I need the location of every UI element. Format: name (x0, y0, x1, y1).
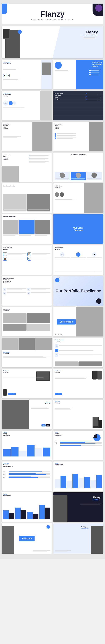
slide-edu-inner: Our Great EducationEnables UsTo Provide … (2, 276, 52, 306)
fe-title: Flanzy Expert (93, 496, 101, 501)
slide-fc2-inner: Our Best Flanzy Charts (2, 492, 52, 522)
slide-hero-inner: Flanzy Business Presentation Templates (2, 26, 103, 58)
inf2-track4 (60, 445, 102, 446)
fc1-bar3 (67, 481, 72, 488)
row-5: Aweat MissonFlanzyCompanyCome Up ● ● (2, 152, 103, 182)
fc1-title: Our Best Flanzy Charts (55, 463, 63, 465)
header-decor-blue (2, 4, 7, 14)
tm3-col2 (19, 220, 34, 236)
slide-education: Our Great EducationEnables UsTo Provide … (2, 276, 52, 306)
slide-m4-inner: Our Great Mockup (53, 400, 103, 429)
m3-photo (2, 400, 29, 429)
gtk-photo (84, 184, 103, 213)
fc2-bar4b (45, 508, 50, 519)
gsi-item2: 📋 (27, 252, 51, 256)
inf2-row1: Item 1 (55, 440, 102, 441)
slide-bp-inner: The Best Projects By Flanzy 01 02 03 (53, 338, 103, 367)
slide-infographic-2: Our Best FlanzyInfographic Item 1 (53, 430, 103, 460)
break-circle1 (55, 278, 59, 282)
m4-tablet (93, 417, 99, 428)
growth-row4: Skill D (3, 476, 50, 476)
slide-starting-point-1: Starting Point OfFlanzy BusinessCompany … (53, 60, 103, 89)
gm1-item3 (55, 138, 78, 139)
gsi-icon4: 🔧 (27, 257, 31, 260)
slide-collaboration: Flanzy Company Collaboration Great Histo… (2, 91, 52, 120)
row-13: Your Great Mockup View More Our Gr (2, 400, 103, 429)
slide-opb-inner: Our Portfolio 01. 02. 03. (53, 307, 103, 336)
row-16: Our Best Flanzy Charts (2, 492, 103, 522)
fc2-group2 (15, 508, 26, 519)
gsi-item3: 💼 (3, 257, 26, 260)
tm1-card2 (71, 172, 86, 180)
row-9: Our Great EducationEnables UsTo Provide … (2, 276, 103, 306)
slide-company-history-inner: Flanzy Company Great History ◆ ◆ (2, 60, 52, 89)
edu-icon3: □ (3, 292, 6, 294)
fc1-bars (55, 472, 102, 488)
inf2-fill1 (60, 440, 91, 441)
slide-break-inner: Our Portfolio Excellence (53, 276, 103, 306)
slide-our-great-services: Our Great Services (53, 214, 103, 244)
edu-row2: □ □ (3, 292, 50, 294)
gsi-text2 (32, 254, 51, 255)
gm1-line1 (57, 133, 76, 135)
fe-person (53, 495, 67, 522)
growth-fill3 (8, 474, 46, 475)
row-15: Let's Growth TogetherFuture Skills Us Sk… (2, 462, 103, 491)
edu-icon1: □ (3, 288, 6, 290)
slide-m2-inner: Your Great Mockup Learn More (53, 369, 103, 398)
company-history-text: Flanzy Company Great History (3, 62, 11, 64)
growth-row5: Skill E (3, 477, 50, 478)
m1-title: Our Great Mockup (3, 370, 8, 373)
slide-inf1-inner: Our Best FlanzyInfographic (2, 430, 52, 460)
growth-track3 (8, 474, 50, 475)
inf1-title: Our Best FlanzyInfographic (3, 432, 10, 436)
growth-track5 (8, 477, 50, 478)
edu-text4 (31, 292, 50, 294)
inf2-pie-segment2 (94, 434, 97, 438)
slide-tm2-inner: Our Team Members (2, 184, 52, 213)
fc2-bar2b (21, 510, 26, 519)
tm3-photo1 (3, 220, 18, 234)
m2-title: Your Great Mockup (55, 370, 60, 373)
page-wrapper: Flanzy Business Presentation Templates F… (0, 0, 105, 559)
slide-gm1-inner: Great MissonFlanzyCompanyCome Up (53, 122, 103, 151)
gsi-text3 (7, 258, 26, 260)
tm2-card2 (27, 194, 51, 212)
gm1-title: Great MissonFlanzyCompanyCome Up (55, 124, 61, 130)
slide-starting-point-2-inner: Starting PointThat MakesFlanzyCompany 01… (53, 91, 103, 120)
m2-phones (92, 370, 102, 380)
fc2-group4 (39, 505, 51, 519)
break-circle2 (96, 298, 102, 304)
growth-row2: Skill B (3, 473, 50, 474)
fc1-bar1 (55, 479, 60, 488)
m1-button: Learn More (8, 393, 16, 395)
slide-tm3-inner: Our Team Members (2, 214, 52, 244)
ff-lines (3, 356, 50, 358)
edu-row1: □ □ (3, 288, 50, 290)
slide-break: Our Portfolio Excellence (53, 276, 103, 306)
inf2-bars: Item 1 Item 2 Item 3 (55, 440, 102, 446)
slide-fe-inner: Flanzy Expert (53, 492, 103, 522)
hero-textlines (84, 36, 98, 40)
icon-1: ◆ (3, 74, 6, 77)
cu-person (2, 526, 14, 554)
slide-team-members-3: Our Team Members (2, 214, 52, 244)
collab-c1: ◎ (3, 100, 8, 106)
tm2-info1 (4, 209, 26, 210)
row-4: Starting PointThat MakeFlanzyCompany Gre… (2, 122, 103, 151)
collab-text: Flanzy Company Collaboration Great Histo… (3, 92, 11, 96)
gm2-items: ● ● ● (29, 154, 50, 163)
pe-photo1 (3, 313, 26, 323)
bp-num3: 03 (55, 353, 58, 357)
gm2-photo (2, 166, 19, 182)
brand-title: Flanzy (2, 10, 103, 18)
slide-get-to-know: Get To KnowOur Staff (53, 184, 103, 213)
slide-flanzy-charts-1: Our Best Flanzy Charts (53, 462, 103, 491)
bp-photo2 (79, 362, 102, 366)
fc1-bar6 (84, 477, 90, 488)
edu-items: □ □ □ □ (3, 288, 50, 294)
ff-text: Flanzy's Finest Creations (3, 352, 10, 354)
slide-great-mission-2: Aweat MissonFlanzyCompanyCome Up ● ● (2, 152, 52, 182)
bp-num2: 02 (55, 348, 58, 352)
bp-item1: 01 (55, 344, 102, 348)
